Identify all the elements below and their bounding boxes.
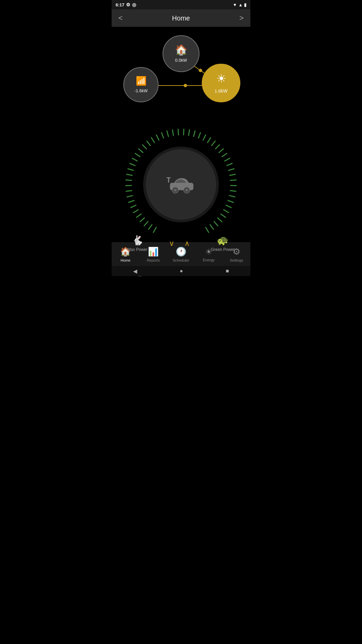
grid-node-icon: 📶 [136, 76, 146, 86]
svg-line-47 [229, 196, 235, 197]
home-node-icon: 🏠 [175, 44, 187, 56]
svg-line-50 [224, 210, 229, 213]
dial-inner[interactable] [146, 149, 216, 220]
home-node-value: 0.0kW [175, 56, 187, 63]
header: < Home > [112, 9, 250, 27]
solar-node-value: 1.6kW [215, 86, 227, 95]
svg-line-17 [128, 169, 133, 170]
battery-icon: ▮ [244, 2, 246, 7]
svg-point-3 [184, 84, 187, 87]
svg-line-18 [130, 163, 135, 165]
svg-line-23 [147, 141, 150, 145]
home-button[interactable]: ● [180, 268, 183, 274]
svg-line-51 [221, 214, 226, 217]
scheduler-nav-label: Scheduler [173, 258, 189, 262]
svg-line-10 [131, 205, 136, 208]
svg-line-4 [154, 227, 157, 232]
svg-line-13 [126, 191, 132, 191]
svg-line-15 [126, 180, 132, 180]
svg-line-11 [129, 201, 134, 202]
svg-line-26 [162, 133, 164, 138]
svg-line-42 [229, 169, 234, 170]
energy-nav-label: Energy [203, 258, 215, 262]
svg-line-52 [218, 218, 222, 222]
next-arrow[interactable]: > [239, 14, 244, 22]
svg-point-62 [185, 189, 188, 192]
reports-nav-label: Reports [147, 258, 160, 262]
prev-arrow[interactable]: < [118, 14, 123, 22]
grid-node: 📶 -1.6kW [123, 67, 159, 102]
svg-line-16 [127, 174, 132, 175]
rabbit-icon: 🐇 [132, 235, 143, 246]
svg-line-48 [228, 201, 233, 202]
svg-line-43 [230, 174, 235, 175]
turtle-icon: 🐢 [217, 235, 229, 246]
decrease-button[interactable]: ∨ [169, 239, 174, 248]
svg-line-41 [227, 163, 232, 165]
svg-line-7 [140, 218, 144, 222]
status-left: 6:17 ⚙ ◎ [116, 2, 136, 7]
svg-line-53 [214, 221, 218, 226]
svg-line-55 [206, 227, 209, 232]
green-power-label: Green Power [211, 247, 235, 252]
svg-line-37 [216, 145, 220, 149]
increase-button[interactable]: ∧ [184, 239, 190, 248]
svg-line-12 [127, 196, 133, 197]
home-nav-label: Home [121, 258, 130, 262]
max-power-label: Max Power [127, 247, 147, 252]
svg-line-34 [203, 135, 206, 140]
svg-line-54 [210, 225, 214, 229]
svg-line-8 [136, 214, 141, 217]
at-icon: ◎ [132, 2, 136, 7]
solar-node: ☀ 1.6kW [202, 64, 240, 102]
mode-controls: 🐇 Max Power ∨ ∧ 🐢 Green Power [124, 235, 238, 252]
solar-node-icon: ☀ [216, 72, 226, 85]
home-node: 🏠 0.0kW [163, 35, 199, 72]
svg-point-60 [174, 189, 177, 192]
svg-line-5 [148, 225, 152, 229]
svg-point-1 [199, 69, 202, 72]
svg-line-33 [198, 133, 200, 138]
svg-line-22 [142, 145, 146, 149]
svg-line-9 [133, 210, 138, 213]
settings-icon: ⚙ [126, 2, 130, 7]
svg-line-44 [231, 180, 236, 180]
svg-line-38 [219, 149, 223, 153]
svg-line-40 [225, 158, 230, 161]
dial-container [124, 127, 238, 241]
settings-nav-label: Settings [230, 258, 243, 262]
ev-car-icon [163, 173, 199, 196]
android-nav: ◀ ● ■ [112, 266, 250, 276]
status-bar: 6:17 ⚙ ◎ ▼ ▲ ▮ [112, 0, 250, 9]
svg-line-30 [184, 129, 184, 135]
svg-line-21 [139, 149, 143, 153]
svg-line-29 [178, 129, 179, 135]
svg-line-20 [135, 153, 140, 157]
svg-line-31 [189, 130, 190, 136]
green-power-mode: 🐢 Green Power [211, 235, 235, 252]
svg-line-49 [226, 205, 231, 208]
status-right: ▼ ▲ ▮ [233, 2, 246, 7]
back-button[interactable]: ◀ [133, 268, 137, 274]
status-time: 6:17 [116, 2, 124, 7]
svg-line-35 [207, 138, 210, 143]
svg-line-6 [144, 221, 148, 226]
svg-line-24 [152, 138, 155, 143]
recents-button[interactable]: ■ [226, 268, 229, 274]
grid-node-value: -1.6kW [134, 87, 148, 94]
svg-line-27 [167, 131, 168, 136]
wifi-icon: ▼ [233, 2, 237, 7]
svg-line-46 [230, 191, 236, 191]
energy-nodes: 🏠 0.0kW 📶 -1.6kW ☀ 1.6kW [112, 30, 250, 124]
svg-line-39 [222, 153, 227, 157]
page-title: Home [172, 14, 190, 22]
svg-line-36 [212, 141, 216, 145]
svg-line-32 [194, 131, 195, 136]
svg-line-19 [132, 158, 137, 161]
signal-icon: ▲ [238, 2, 243, 7]
max-power-mode: 🐇 Max Power [127, 235, 147, 252]
mode-arrows: ∨ ∧ [169, 239, 190, 248]
main-content: 🏠 0.0kW 📶 -1.6kW ☀ 1.6kW [112, 27, 250, 276]
svg-line-25 [156, 135, 159, 140]
svg-line-28 [173, 130, 174, 136]
